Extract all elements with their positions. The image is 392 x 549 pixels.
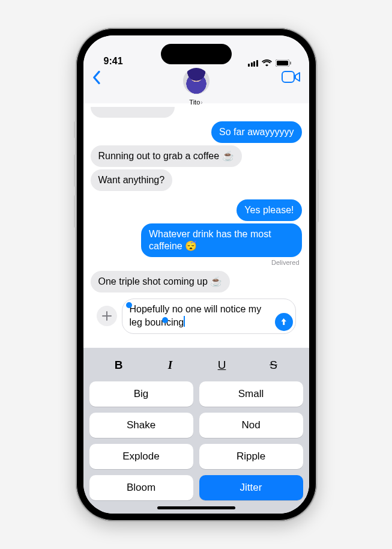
effect-nod[interactable]: Nod xyxy=(199,413,303,438)
wifi-icon xyxy=(262,59,272,67)
effect-bloom[interactable]: Bloom xyxy=(89,475,193,500)
effect-big[interactable]: Big xyxy=(89,381,193,407)
text-caret xyxy=(184,316,185,327)
outgoing-bubble[interactable]: So far awayyyyyy xyxy=(211,121,301,143)
text-effects-panel: B I U S Big Small Shake Nod Explode Ripp… xyxy=(83,348,309,514)
cellular-icon xyxy=(248,60,258,67)
svg-rect-2 xyxy=(290,62,291,65)
apps-button[interactable] xyxy=(97,306,117,326)
strikethrough-button[interactable]: S xyxy=(257,359,291,372)
chevron-right-icon: › xyxy=(201,99,202,106)
contact-block[interactable]: Tito › xyxy=(183,68,210,107)
svg-rect-3 xyxy=(282,71,294,82)
effects-grid: Big Small Shake Nod Explode Ripple Bloom… xyxy=(89,381,303,500)
plus-icon xyxy=(101,311,112,321)
iphone-frame: 9:41 xyxy=(76,28,316,521)
svg-rect-1 xyxy=(277,61,288,65)
back-button[interactable] xyxy=(92,70,102,85)
volume-down-button xyxy=(74,195,76,228)
outgoing-bubble[interactable]: Whatever drink has the most caffeine 😴 xyxy=(141,223,302,257)
contact-avatar xyxy=(183,68,210,94)
compose-row: Hopefully no one will notice my leg boun… xyxy=(91,295,302,338)
bold-button[interactable]: B xyxy=(102,359,136,372)
effect-small[interactable]: Small xyxy=(199,381,303,407)
video-icon xyxy=(282,70,301,83)
message-input[interactable]: Hopefully no one will notice my leg boun… xyxy=(122,299,296,334)
chevron-left-icon xyxy=(92,70,102,85)
dynamic-island xyxy=(161,44,232,64)
incoming-bubble[interactable]: Want anything? xyxy=(91,169,173,191)
send-button[interactable] xyxy=(275,313,293,331)
format-row: B I U S xyxy=(89,354,303,381)
effect-jitter[interactable]: Jitter xyxy=(199,475,303,500)
italic-button[interactable]: I xyxy=(154,359,187,372)
screen: 9:41 xyxy=(83,35,309,514)
home-indicator[interactable] xyxy=(157,506,235,509)
outgoing-bubble[interactable]: Yes please! xyxy=(237,199,301,221)
arrow-up-icon xyxy=(279,317,288,326)
incoming-bubble[interactable]: Running out to grab a coffee ☕️ xyxy=(91,145,242,167)
selection-handle-start[interactable] xyxy=(126,302,132,308)
facetime-button[interactable] xyxy=(282,70,301,86)
selection-handle-end[interactable] xyxy=(162,317,168,323)
partial-bubble xyxy=(91,107,175,118)
effect-shake[interactable]: Shake xyxy=(89,413,193,438)
contact-name: Tito xyxy=(189,99,200,106)
underline-button[interactable]: U xyxy=(205,359,239,372)
effect-explode[interactable]: Explode xyxy=(89,444,193,469)
effect-ripple[interactable]: Ripple xyxy=(199,444,303,469)
delivered-label: Delivered xyxy=(271,259,299,266)
conversation-header: Tito › xyxy=(83,68,309,103)
battery-icon xyxy=(276,59,291,67)
power-button xyxy=(316,169,319,222)
volume-up-button xyxy=(74,154,76,187)
message-input-text: Hopefully no one will notice my leg boun… xyxy=(130,304,262,327)
incoming-bubble[interactable]: One triple shot coming up ☕️ xyxy=(91,271,231,293)
silence-switch xyxy=(74,121,76,138)
status-time: 9:41 xyxy=(104,56,123,67)
conversation-scroll[interactable]: So far awayyyyyy Running out to grab a c… xyxy=(83,103,309,348)
